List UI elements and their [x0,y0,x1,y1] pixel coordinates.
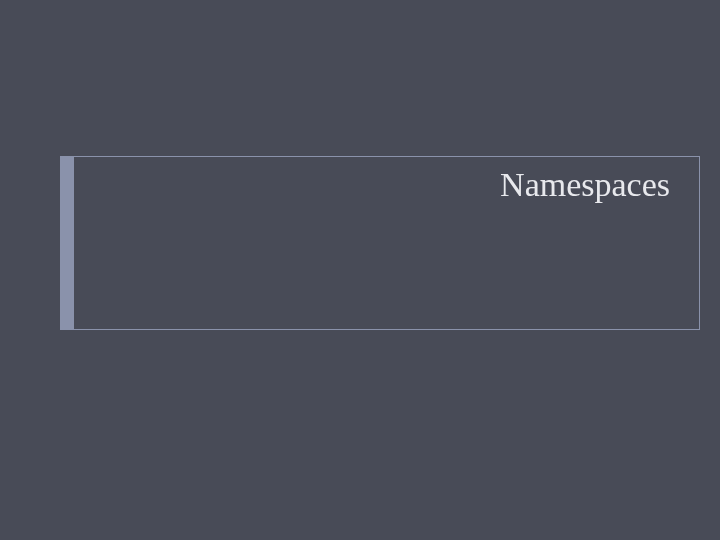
slide-title: Namespaces [60,166,670,204]
